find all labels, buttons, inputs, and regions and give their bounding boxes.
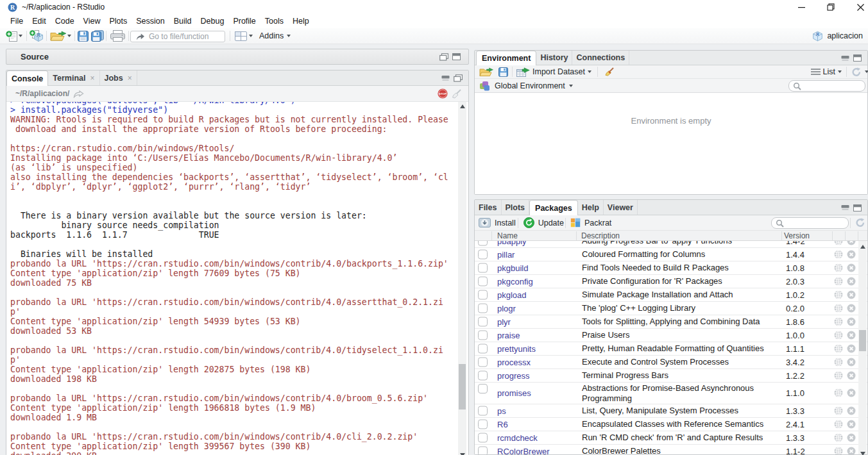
clear-environment-broom-icon[interactable]: [603, 67, 615, 77]
open-file-icon[interactable]: [50, 28, 67, 44]
package-loaded-checkbox[interactable]: [478, 420, 488, 429]
package-row[interactable]: plyr Tools for Splitting, Applying and C…: [475, 315, 867, 329]
package-remove-icon[interactable]: [847, 241, 856, 245]
package-remove-icon[interactable]: [847, 290, 856, 299]
import-dataset-icon[interactable]: [516, 67, 530, 77]
package-row[interactable]: praise Praise Users 1.0.0: [475, 329, 867, 342]
package-row[interactable]: pkgconfig Private Configuration for 'R' …: [475, 275, 867, 288]
package-website-globe-icon[interactable]: [834, 433, 843, 442]
console-tab[interactable]: Terminal ×: [48, 70, 99, 85]
package-loaded-checkbox[interactable]: [478, 406, 488, 416]
package-name-link[interactable]: ps: [497, 406, 506, 416]
package-website-globe-icon[interactable]: [834, 447, 843, 454]
tab-close-icon[interactable]: ×: [90, 75, 94, 81]
tab-close-icon[interactable]: ×: [128, 75, 132, 81]
package-website-globe-icon[interactable]: [834, 344, 843, 353]
package-name-link[interactable]: RColorBrewer: [497, 447, 550, 455]
window-restore-button[interactable]: [816, 0, 846, 14]
package-loaded-checkbox[interactable]: [478, 241, 488, 246]
package-row[interactable]: pbapply Adding Progress Bar to 'apply' F…: [475, 241, 867, 248]
package-name-link[interactable]: praise: [497, 331, 520, 340]
package-website-globe-icon[interactable]: [834, 420, 843, 429]
scroll-up-icon[interactable]: [458, 102, 466, 110]
package-remove-icon[interactable]: [847, 406, 856, 415]
menu-item[interactable]: Debug: [196, 17, 229, 26]
new-file-dropdown-caret[interactable]: [19, 28, 22, 44]
packages-pane-tab[interactable]: Plots: [502, 200, 530, 215]
environment-tab[interactable]: Connections: [572, 51, 629, 65]
environment-scope-label[interactable]: Global Environment: [495, 81, 565, 90]
packages-pane-tab[interactable]: Viewer: [604, 200, 638, 215]
package-row[interactable]: pkgload Simulate Package Installation an…: [475, 288, 867, 302]
package-loaded-checkbox[interactable]: [478, 304, 488, 313]
package-remove-icon[interactable]: [847, 358, 856, 367]
package-loaded-checkbox[interactable]: [478, 447, 488, 455]
package-name-link[interactable]: processx: [497, 358, 531, 367]
package-website-globe-icon[interactable]: [834, 331, 843, 340]
list-view-label[interactable]: List: [823, 67, 835, 76]
package-loaded-checkbox[interactable]: [478, 358, 488, 367]
package-loaded-checkbox[interactable]: [478, 277, 488, 286]
package-remove-icon[interactable]: [847, 420, 856, 429]
package-remove-icon[interactable]: [847, 250, 856, 259]
package-row[interactable]: plogr The 'plog' C++ Logging Library 0.2…: [475, 302, 867, 315]
package-website-globe-icon[interactable]: [834, 277, 843, 286]
package-remove-icon[interactable]: [847, 388, 856, 397]
minimize-pane-icon[interactable]: [841, 55, 849, 62]
package-remove-icon[interactable]: [847, 331, 856, 340]
column-header-description[interactable]: Description: [581, 231, 620, 240]
package-loaded-checkbox[interactable]: [478, 263, 488, 273]
package-name-link[interactable]: R6: [497, 420, 508, 429]
menu-item[interactable]: Tools: [260, 17, 288, 26]
refresh-environment-icon[interactable]: [851, 67, 862, 77]
package-website-globe-icon[interactable]: [834, 304, 843, 313]
console-scrollbar[interactable]: [458, 102, 466, 455]
panes-dropdown-caret[interactable]: [249, 28, 253, 44]
package-loaded-checkbox[interactable]: [478, 433, 488, 443]
packages-pane-tab[interactable]: Packages: [529, 200, 578, 215]
menu-item[interactable]: Edit: [28, 17, 51, 26]
package-remove-icon[interactable]: [847, 344, 856, 353]
save-all-icon[interactable]: [90, 28, 106, 44]
package-name-link[interactable]: plyr: [497, 317, 511, 327]
environment-tab[interactable]: Environment: [476, 51, 536, 65]
package-row[interactable]: pillar Coloured Formatting for Columns 1…: [475, 248, 867, 261]
maximize-pane-icon[interactable]: [452, 53, 461, 60]
package-name-link[interactable]: progress: [497, 371, 530, 381]
minimize-pane-icon[interactable]: [441, 75, 450, 81]
package-name-link[interactable]: plogr: [497, 304, 516, 313]
column-header-version[interactable]: Version: [784, 231, 810, 240]
packages-pane-tab[interactable]: Files: [475, 200, 502, 215]
restore-pane-icon[interactable]: [439, 53, 448, 61]
menu-item[interactable]: Profile: [228, 17, 260, 26]
new-project-icon[interactable]: R: [29, 28, 44, 44]
menu-item[interactable]: Help: [288, 17, 314, 26]
environment-tab[interactable]: History: [536, 51, 572, 65]
package-website-globe-icon[interactable]: [834, 263, 843, 272]
list-view-icon[interactable]: [811, 68, 821, 76]
update-button[interactable]: Update: [523, 217, 564, 228]
menu-item[interactable]: Plots: [105, 17, 132, 26]
package-name-link[interactable]: promises: [497, 388, 531, 398]
menu-item[interactable]: File: [6, 17, 28, 26]
package-row[interactable]: progress Terminal Progress Bars 1.2.2: [475, 369, 867, 383]
package-loaded-checkbox[interactable]: [478, 344, 488, 354]
package-loaded-checkbox[interactable]: [478, 371, 488, 381]
package-row[interactable]: ps List, Query, Manipulate System Proces…: [475, 404, 867, 418]
menu-item[interactable]: View: [79, 17, 105, 26]
menu-item[interactable]: Code: [51, 17, 79, 26]
window-minimize-button[interactable]: [787, 0, 816, 14]
column-header-name[interactable]: Name: [497, 231, 518, 240]
scroll-up-icon[interactable]: [858, 242, 867, 251]
import-dataset-caret[interactable]: [588, 70, 591, 73]
packrat-button[interactable]: Packrat: [570, 218, 611, 228]
list-view-caret[interactable]: [838, 70, 842, 73]
package-loaded-checkbox[interactable]: [478, 331, 488, 340]
package-loaded-checkbox[interactable]: [478, 317, 488, 327]
clear-console-broom-icon[interactable]: [450, 88, 462, 99]
package-website-globe-icon[interactable]: [834, 388, 843, 397]
console-tab[interactable]: Jobs ×: [100, 70, 137, 85]
refresh-packages-icon[interactable]: [855, 218, 865, 228]
package-website-globe-icon[interactable]: [834, 250, 843, 259]
package-website-globe-icon[interactable]: [834, 371, 843, 380]
